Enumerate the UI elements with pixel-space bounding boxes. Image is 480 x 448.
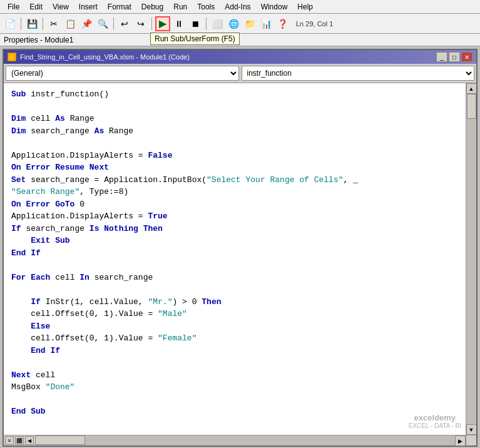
vbe-minimize-button[interactable]: _: [436, 52, 447, 62]
toolbar-undo-icon[interactable]: ↩: [117, 16, 132, 31]
code-line-14: End If: [11, 247, 458, 260]
menu-run[interactable]: Run: [168, 1, 192, 13]
scroll-down-button[interactable]: ▼: [466, 424, 477, 435]
horizontal-scrollbar[interactable]: [35, 435, 455, 445]
toolbar-browser-icon[interactable]: 🌐: [226, 16, 241, 31]
menu-tools[interactable]: Tools: [192, 1, 220, 13]
menu-view[interactable]: View: [48, 1, 74, 13]
code-line-26: [11, 394, 458, 406]
menu-format[interactable]: Format: [103, 1, 136, 13]
code-content[interactable]: Sub instr_function() Dim cell As Range D…: [4, 83, 466, 435]
view-normal-button[interactable]: ≡: [5, 436, 14, 445]
code-line-7: On Error Resume Next: [11, 161, 458, 174]
code-line-19: cell.Offset(0, 1).Value = "Male": [11, 308, 458, 320]
code-line-12: If search_range Is Nothing Then: [11, 223, 458, 235]
menu-debug[interactable]: Debug: [136, 1, 168, 13]
code-line-13: Exit Sub: [11, 235, 458, 247]
menu-window[interactable]: Window: [256, 1, 293, 13]
code-line-16: For Each cell In search_range: [11, 272, 458, 284]
properties-bar: Properties - Module1: [0, 34, 480, 46]
menu-help[interactable]: Help: [292, 1, 318, 13]
properties-label: Properties - Module1: [4, 36, 73, 44]
menu-edit[interactable]: Edit: [24, 1, 48, 13]
scroll-track-v[interactable]: [466, 94, 476, 424]
nav-left-button[interactable]: ◀: [25, 436, 34, 445]
vbe-window: ⚡ Find_String_in_Cell_using_VBA.xlsm - M…: [3, 49, 477, 447]
menu-addins[interactable]: Add-Ins: [220, 1, 255, 13]
code-line-5: [11, 137, 458, 150]
function-dropdown[interactable]: instr_function: [242, 66, 475, 81]
code-area: Sub instr_function() Dim cell As Range D…: [4, 83, 476, 435]
code-line-9: "Search Range", Type:=8): [11, 186, 458, 198]
scroll-right-button[interactable]: ▶: [455, 435, 466, 446]
code-line-10: On Error GoTo 0: [11, 198, 458, 211]
code-line-11: Application.DisplayAlerts = True: [11, 210, 458, 223]
code-line-3: Dim cell As Range: [11, 113, 458, 125]
toolbar-pause-icon[interactable]: ⏸: [171, 16, 186, 31]
vbe-title-text: Find_String_in_Cell_using_VBA.xlsm - Mod…: [20, 53, 436, 61]
toolbar-redo-icon[interactable]: ↪: [133, 16, 148, 31]
toolbar-copy-icon[interactable]: 📋: [63, 16, 78, 31]
vertical-scrollbar[interactable]: ▲ ▼: [466, 83, 476, 435]
toolbar-design-icon[interactable]: ⬜: [210, 16, 225, 31]
vbe-window-buttons: _ □ ✕: [436, 52, 472, 62]
vbe-close-button[interactable]: ✕: [461, 52, 472, 62]
toolbar-file-icon[interactable]: 📄: [3, 16, 18, 31]
toolbar-explorer-icon[interactable]: 📁: [242, 16, 257, 31]
toolbar-sep-2: [43, 18, 43, 30]
code-line-24: Next cell: [11, 369, 458, 382]
scroll-thumb-v[interactable]: [467, 94, 476, 119]
code-line-21: cell.Offset(0, 1).Value = "Female": [11, 332, 458, 345]
toolbar-sep-1: [21, 18, 21, 30]
code-line-25: MsgBox "Done": [11, 381, 458, 394]
code-header: (General) instr_function: [4, 64, 476, 83]
code-line-22: End If: [11, 345, 458, 357]
general-dropdown[interactable]: (General): [6, 66, 239, 81]
code-line-8: Set search_range = Application.InputBox(…: [11, 174, 458, 186]
toolbar-stop-icon[interactable]: ⏹: [188, 16, 203, 31]
code-line-17: [11, 283, 458, 296]
code-line-4: Dim search_range As Range: [11, 125, 458, 138]
toolbar-sep-3: [113, 18, 114, 30]
code-line-23: [11, 357, 458, 369]
menu-insert[interactable]: Insert: [74, 1, 103, 13]
code-footer: ≡ ⬛ ◀ ▶: [4, 435, 476, 445]
code-line-15: [11, 259, 458, 272]
vbe-icon: ⚡: [8, 53, 16, 61]
code-line-6: Application.DisplayAlerts = False: [11, 150, 458, 162]
code-line-20: Else: [11, 320, 458, 333]
position-indicator: Ln 29, Col 1: [296, 20, 333, 28]
corner-buttons: ≡ ⬛ ◀: [4, 435, 35, 445]
toolbar-paste-icon[interactable]: 📌: [79, 16, 94, 31]
scroll-up-button[interactable]: ▲: [466, 83, 477, 94]
code-line-1: Sub instr_function(): [11, 88, 458, 101]
toolbar-sep-4: [151, 18, 152, 30]
menu-bar: File Edit View Insert Format Debug Run T…: [0, 0, 480, 14]
toolbar-save-icon[interactable]: 💾: [24, 16, 39, 31]
toolbar-find-icon[interactable]: 🔍: [95, 16, 110, 31]
toolbar: 📄 💾 ✂ 📋 📌 🔍 ↩ ↪ ▶ ⏸ ⏹ ⬜ 🌐 📁 📊 ❓ Ln 29, C…: [0, 14, 480, 34]
vbe-restore-button[interactable]: □: [449, 52, 460, 62]
code-line-18: If InStr(1, cell.Value, "Mr.") > 0 Then: [11, 296, 458, 308]
toolbar-cut-icon[interactable]: ✂: [46, 16, 61, 31]
view-proc-button[interactable]: ⬛: [15, 436, 24, 445]
code-line-2: [11, 101, 458, 113]
toolbar-sep-5: [206, 18, 207, 30]
toolbar-run-button[interactable]: ▶: [155, 16, 170, 31]
code-line-27: End Sub: [11, 405, 458, 418]
vbe-title-bar: ⚡ Find_String_in_Cell_using_VBA.xlsm - M…: [4, 50, 476, 64]
menu-file[interactable]: File: [3, 1, 24, 13]
toolbar-help-icon[interactable]: ❓: [275, 16, 290, 31]
toolbar-props-icon[interactable]: 📊: [258, 16, 273, 31]
scroll-thumb-h[interactable]: [35, 435, 85, 445]
scroll-corner: [466, 435, 476, 445]
